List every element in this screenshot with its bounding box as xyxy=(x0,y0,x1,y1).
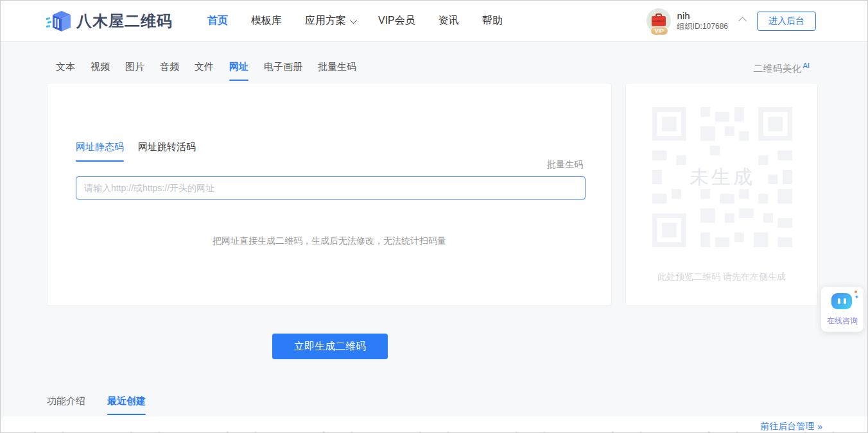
nav-item-solutions[interactable]: 应用方案 xyxy=(305,14,355,28)
chat-robot-icon xyxy=(831,293,852,309)
chat-label: 在线咨询 xyxy=(821,316,864,327)
user-org-id: 组织ID:107686 xyxy=(677,22,728,31)
bottom-tabs: 功能介绍 最近创建 xyxy=(47,395,146,415)
qr-placeholder: 未生成 xyxy=(652,107,792,247)
ai-tag: AI xyxy=(803,62,810,69)
tab-video[interactable]: 视频 xyxy=(91,61,110,81)
footer-panel: 前往后台管理 » xyxy=(1,416,868,433)
generator-hint: 把网址直接生成二维码，生成后无法修改，无法统计扫码量 xyxy=(48,235,611,247)
logo-icon xyxy=(46,10,71,33)
tab-recently-created[interactable]: 最近创建 xyxy=(107,395,146,415)
main-nav: 首页 模板库 应用方案 VIP会员 资讯 帮助 xyxy=(207,14,503,28)
tab-audio[interactable]: 音频 xyxy=(160,61,179,81)
qr-beautify-link[interactable]: 二维码美化AI xyxy=(754,62,810,75)
go-to-backend-label: 前往后台管理 xyxy=(760,421,814,432)
briefcase-icon xyxy=(651,13,666,28)
generate-qr-button[interactable]: 立即生成二维码 xyxy=(272,334,388,359)
robot-eye xyxy=(838,298,840,304)
tab-dynamic-url-code[interactable]: 网址跳转活码 xyxy=(138,141,196,162)
tab-static-url-code[interactable]: 网址静态码 xyxy=(76,141,124,162)
user-menu[interactable]: VIP nih 组织ID:107686 xyxy=(647,8,745,33)
nav-item-home[interactable]: 首页 xyxy=(207,14,228,28)
tab-batch[interactable]: 批量生码 xyxy=(318,61,356,81)
robot-eye xyxy=(844,298,846,304)
qr-not-generated-label: 未生成 xyxy=(652,107,792,247)
vip-badge: VIP xyxy=(650,26,669,35)
tab-feature-intro[interactable]: 功能介绍 xyxy=(47,395,85,415)
nav-item-solutions-label: 应用方案 xyxy=(305,14,346,28)
user-meta: nih 组织ID:107686 xyxy=(677,10,728,31)
double-chevron-right-icon: » xyxy=(817,421,822,432)
avatar[interactable]: VIP xyxy=(647,8,671,33)
nav-item-help[interactable]: 帮助 xyxy=(482,14,503,28)
online-chat-widget[interactable]: ✦ 在线咨询 xyxy=(821,287,864,332)
code-type-tabs: 文本 视频 图片 音频 文件 网址 电子画册 批量生码 xyxy=(56,61,356,81)
tab-text[interactable]: 文本 xyxy=(56,61,75,81)
generator-card: 网址静态码 网址跳转活码 批量生码 把网址直接生成二维码，生成后无法修改，无法统… xyxy=(47,83,612,306)
tab-image[interactable]: 图片 xyxy=(125,61,144,81)
tab-ebook[interactable]: 电子画册 xyxy=(264,61,302,81)
header: 八木屋二维码 首页 模板库 应用方案 VIP会员 资讯 帮助 VIP xyxy=(1,1,867,42)
user-name: nih xyxy=(677,10,728,22)
nav-item-vip[interactable]: VIP会员 xyxy=(378,14,415,28)
qr-preview-caption: 此处预览二维码 请先在左侧生成 xyxy=(626,271,817,283)
go-to-backend-link[interactable]: 前往后台管理 » xyxy=(760,421,822,432)
qr-preview-card: 未生成 此处预览二维码 请先在左侧生成 xyxy=(625,83,818,306)
url-input[interactable] xyxy=(76,176,586,200)
tab-url[interactable]: 网址 xyxy=(229,61,248,81)
page: 八木屋二维码 首页 模板库 应用方案 VIP会员 资讯 帮助 VIP xyxy=(0,0,868,433)
batch-generate-link[interactable]: 批量生码 xyxy=(547,159,583,171)
qr-beautify-label: 二维码美化 xyxy=(754,63,802,74)
url-sub-tabs: 网址静态码 网址跳转活码 xyxy=(76,141,196,162)
logo-text: 八木屋二维码 xyxy=(76,11,173,31)
enter-backend-button[interactable]: 进入后台 xyxy=(757,12,816,31)
nav-item-template-library[interactable]: 模板库 xyxy=(251,14,282,28)
logo[interactable]: 八木屋二维码 xyxy=(46,10,173,33)
sparkle-star-icon: ✦ xyxy=(854,294,859,300)
chevron-up-icon xyxy=(738,17,747,25)
nav-item-news[interactable]: 资讯 xyxy=(438,14,459,28)
chevron-down-icon xyxy=(350,16,357,23)
tab-file[interactable]: 文件 xyxy=(195,61,214,81)
sparkle-dot-icon xyxy=(855,291,857,293)
